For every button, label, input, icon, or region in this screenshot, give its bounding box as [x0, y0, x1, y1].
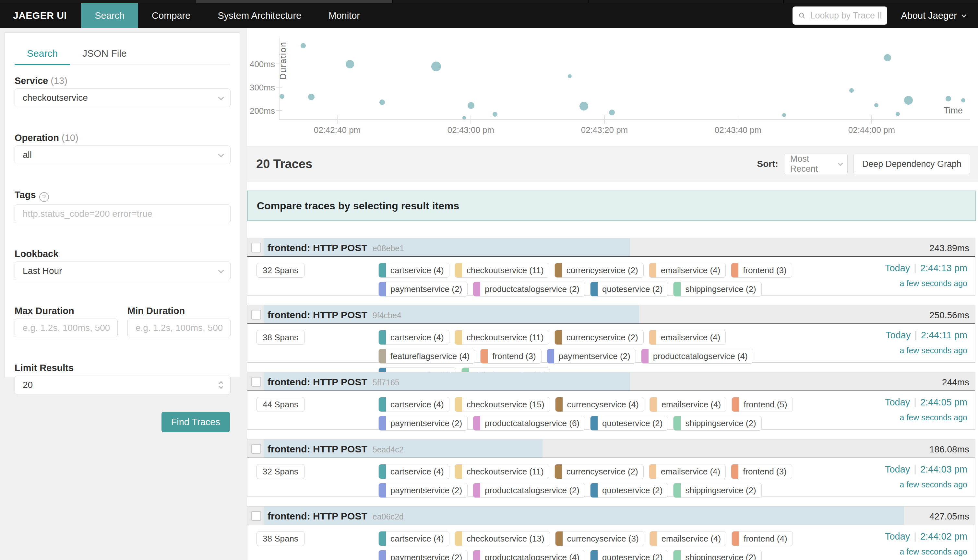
- app-logo[interactable]: JAEGER UI: [0, 10, 81, 21]
- service-tag-checkoutservice[interactable]: checkoutservice (11): [455, 263, 549, 278]
- service-tag-currencyservice[interactable]: currencyservice (3): [555, 531, 644, 546]
- deep-dependency-graph-button[interactable]: Deep Dependency Graph: [853, 153, 970, 174]
- trace-scatter-point[interactable]: [431, 62, 441, 71]
- service-tag-shippingservice[interactable]: shippingservice (2): [673, 282, 761, 297]
- trace-scatter-point[interactable]: [579, 102, 588, 110]
- trace-header-link[interactable]: frontend: HTTP POST5ff7165244ms: [247, 372, 975, 391]
- trace-scatter-point[interactable]: [946, 96, 951, 102]
- operation-select[interactable]: all: [15, 145, 230, 164]
- trace-scatter-point[interactable]: [492, 112, 497, 117]
- service-tag-checkoutservice[interactable]: checkoutservice (15): [455, 397, 550, 412]
- service-tag-paymentservice[interactable]: paymentservice (2): [379, 550, 467, 560]
- service-tag-shippingservice[interactable]: shippingservice (2): [673, 483, 761, 498]
- trace-scatter-point[interactable]: [280, 94, 284, 99]
- service-tag-currencyservice[interactable]: currencyservice (2): [554, 330, 644, 345]
- service-tag-paymentservice[interactable]: paymentservice (2): [379, 416, 467, 431]
- service-tag-quoteservice[interactable]: quoteservice (2): [590, 416, 668, 431]
- nav-item-monitor[interactable]: Monitor: [315, 3, 374, 28]
- service-tag-emailservice[interactable]: emailservice (4): [649, 464, 726, 479]
- service-tag-paymentservice[interactable]: paymentservice (2): [547, 349, 636, 363]
- tab-search[interactable]: Search: [15, 42, 70, 65]
- service-tag-frontend[interactable]: frontend (3): [480, 349, 541, 363]
- trace-id-search[interactable]: [793, 7, 887, 25]
- trace-scatter-point[interactable]: [300, 43, 306, 48]
- trace-scatter-point[interactable]: [609, 110, 615, 115]
- service-tag-paymentservice[interactable]: paymentservice (2): [379, 282, 467, 297]
- service-tag-quoteservice[interactable]: quoteservice (2): [590, 550, 668, 560]
- trace-day-link[interactable]: Today: [885, 531, 910, 542]
- trace-scatter-point[interactable]: [568, 74, 572, 78]
- service-tag-checkoutservice[interactable]: checkoutservice (13): [455, 531, 550, 546]
- trace-select-checkbox[interactable]: [251, 511, 261, 521]
- service-tag-checkoutservice[interactable]: checkoutservice (11): [455, 330, 549, 345]
- service-tag-emailservice[interactable]: emailservice (4): [649, 397, 727, 412]
- trace-day-link[interactable]: Today: [885, 464, 910, 475]
- trace-scatter-point[interactable]: [345, 60, 354, 68]
- service-tag-checkoutservice[interactable]: checkoutservice (11): [455, 464, 549, 479]
- trace-select-checkbox[interactable]: [251, 243, 261, 252]
- service-tag-quoteservice[interactable]: quoteservice (2): [590, 483, 668, 498]
- trace-scatter-point[interactable]: [874, 103, 878, 107]
- service-tag-quoteservice[interactable]: quoteservice (2): [590, 282, 668, 297]
- trace-header-link[interactable]: frontend: HTTP POSTea06c2d427.05ms: [247, 507, 975, 525]
- trace-select-checkbox[interactable]: [251, 444, 261, 454]
- trace-select-checkbox[interactable]: [251, 377, 261, 387]
- nav-item-compare[interactable]: Compare: [138, 3, 204, 28]
- service-tag-frontend[interactable]: frontend (3): [731, 263, 792, 278]
- min-duration-input[interactable]: [135, 323, 222, 333]
- find-traces-button[interactable]: Find Traces: [162, 412, 230, 432]
- nav-item-search[interactable]: Search: [81, 3, 138, 28]
- trace-header-link[interactable]: frontend: HTTP POST9f4cbe4250.56ms: [247, 305, 975, 324]
- service-tag-cartservice[interactable]: cartservice (4): [379, 263, 449, 278]
- trace-scatter-point[interactable]: [896, 112, 900, 116]
- nav-item-system-architecture[interactable]: System Architecture: [204, 3, 315, 28]
- tab-json-file[interactable]: JSON File: [70, 42, 139, 65]
- lookback-select[interactable]: Last Hour: [15, 262, 230, 280]
- service-tag-cartservice[interactable]: cartservice (4): [379, 330, 449, 345]
- trace-select-checkbox[interactable]: [251, 310, 261, 320]
- service-tag-shippingservice[interactable]: shippingservice (2): [673, 550, 761, 560]
- help-icon[interactable]: ?: [39, 192, 49, 202]
- trace-day-link[interactable]: Today: [886, 330, 911, 340]
- trace-scatter-point[interactable]: [308, 94, 315, 100]
- trace-scatter-point[interactable]: [884, 54, 891, 61]
- service-tag-cartservice[interactable]: cartservice (4): [379, 397, 449, 412]
- trace-scatter-point[interactable]: [379, 100, 385, 105]
- limit-results-stepper[interactable]: 20: [15, 376, 230, 394]
- max-duration-input[interactable]: [23, 323, 110, 333]
- service-select[interactable]: checkoutservice: [15, 88, 230, 107]
- service-tag-currencyservice[interactable]: currencyservice (2): [554, 263, 644, 278]
- trace-scatter-point[interactable]: [904, 96, 913, 105]
- service-tag-frontend[interactable]: frontend (4): [731, 531, 793, 546]
- service-tag-emailservice[interactable]: emailservice (4): [649, 531, 727, 546]
- sort-select[interactable]: Most Recent: [784, 153, 848, 174]
- service-tag-cartservice[interactable]: cartservice (4): [379, 464, 449, 479]
- service-tag-productcatalogservice[interactable]: productcatalogservice (2): [473, 282, 585, 297]
- service-tag-productcatalogservice[interactable]: productcatalogservice (4): [641, 349, 753, 363]
- stepper-arrows-icon[interactable]: [220, 382, 222, 388]
- trace-id-input[interactable]: [810, 11, 881, 21]
- tags-input[interactable]: [23, 209, 222, 219]
- service-tag-frontend[interactable]: frontend (5): [731, 397, 793, 412]
- trace-day-link[interactable]: Today: [885, 397, 910, 407]
- service-tag-shippingservice[interactable]: shippingservice (2): [673, 416, 761, 431]
- service-tag-productcatalogservice[interactable]: productcatalogservice (2): [473, 483, 585, 498]
- service-tag-productcatalogservice[interactable]: productcatalogservice (6): [473, 416, 585, 431]
- service-tag-cartservice[interactable]: cartservice (4): [379, 531, 449, 546]
- service-tag-emailservice[interactable]: emailservice (4): [649, 263, 726, 278]
- service-tag-currencyservice[interactable]: currencyservice (2): [554, 464, 644, 479]
- service-tag-emailservice[interactable]: emailservice (4): [649, 330, 726, 345]
- service-tag-productcatalogservice[interactable]: productcatalogservice (4): [473, 550, 585, 560]
- service-tag-frontend[interactable]: frontend (3): [731, 464, 792, 479]
- service-tag-featureflagservice[interactable]: featureflagservice (4): [379, 349, 475, 363]
- trace-scatter-point[interactable]: [462, 116, 466, 120]
- trace-scatter-point[interactable]: [467, 102, 474, 109]
- trace-header-link[interactable]: frontend: HTTP POST5ead4c2186.08ms: [247, 440, 975, 458]
- trace-header-link[interactable]: frontend: HTTP POSTe08ebe1243.89ms: [247, 238, 975, 257]
- trace-scatter-point[interactable]: [961, 98, 965, 102]
- about-jaeger-menu[interactable]: About Jaeger: [901, 10, 965, 21]
- service-tag-paymentservice[interactable]: paymentservice (2): [379, 483, 467, 498]
- service-tag-currencyservice[interactable]: currencyservice (4): [555, 397, 644, 412]
- trace-day-link[interactable]: Today: [885, 263, 910, 273]
- trace-scatter-point[interactable]: [782, 113, 786, 117]
